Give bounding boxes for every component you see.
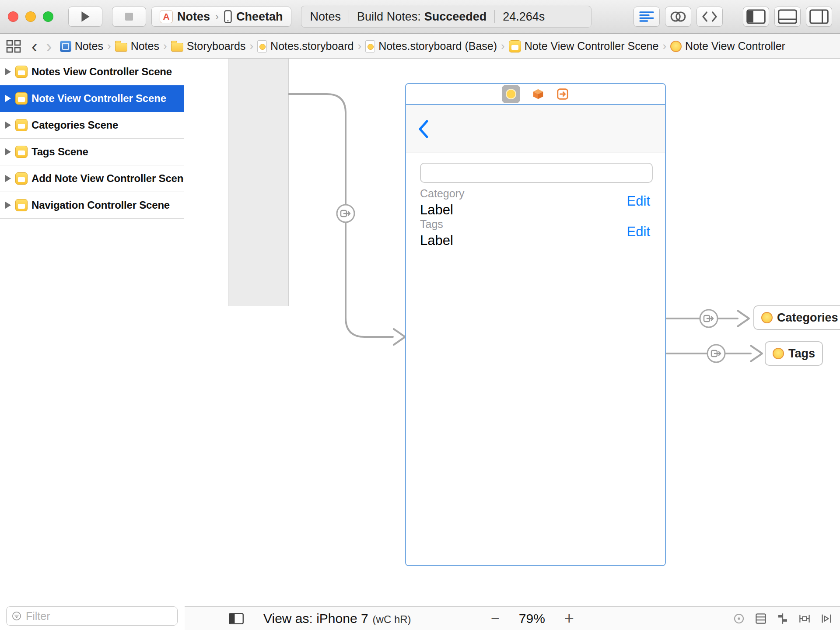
navigator-panel-icon — [746, 9, 766, 24]
view-as-label: View as: iPhone 7 — [263, 611, 368, 626]
breadcrumb-item-scene[interactable]: Note View Controller Scene — [509, 40, 659, 52]
storyboard-icon — [257, 40, 267, 52]
storyboard-canvas[interactable]: Category Label Edit Tags Label Edit Cate… — [185, 59, 840, 606]
scene-label: Tags Scene — [32, 146, 88, 158]
inspectors-panel-icon — [809, 9, 829, 24]
breadcrumb-item-storyboards[interactable]: Storyboards — [171, 40, 246, 52]
scene-icon — [509, 40, 521, 52]
scene-label: Notes View Controller Scene — [32, 66, 172, 78]
align-icon — [776, 612, 789, 625]
scene-icon — [15, 146, 28, 158]
breadcrumb-item-view-controller[interactable]: Note View Controller — [670, 40, 785, 52]
stop-button[interactable] — [112, 7, 146, 27]
run-button[interactable] — [68, 7, 102, 27]
segue-icon[interactable] — [336, 203, 356, 224]
folder-icon — [115, 43, 127, 52]
device-icon — [224, 10, 232, 23]
align-button[interactable] — [776, 612, 789, 625]
status-project: Notes — [310, 10, 341, 24]
adjacent-scene-partial[interactable] — [228, 59, 289, 306]
zoom-out-button[interactable]: − — [491, 610, 500, 627]
document-outline: Notes View Controller Scene Note View Co… — [0, 59, 184, 630]
note-view-controller-scene[interactable]: Category Label Edit Tags Label Edit — [405, 83, 666, 566]
disclosure-triangle-icon[interactable] — [5, 148, 11, 155]
first-responder-icon[interactable] — [532, 88, 545, 101]
forward-button[interactable]: › — [42, 38, 56, 55]
categories-scene-target[interactable]: Categories — [753, 305, 840, 330]
pin-constraints-icon — [798, 612, 811, 625]
update-frames-button[interactable] — [732, 612, 746, 625]
navigator-panel-button[interactable] — [743, 7, 769, 27]
debug-area-button[interactable] — [774, 7, 801, 27]
resolve-autolayout-button[interactable] — [820, 612, 833, 625]
divider — [349, 10, 349, 23]
sidebar-item-notes-view-controller-scene[interactable]: Notes View Controller Scene — [0, 59, 184, 85]
document-outline-toggle-button[interactable] — [228, 612, 244, 625]
minimize-button[interactable] — [25, 11, 36, 22]
view-controller-dock-icon[interactable] — [502, 85, 520, 103]
view-controller-icon — [761, 312, 773, 323]
disclosure-triangle-icon[interactable] — [5, 68, 11, 75]
scene-label: Add Note View Controller Scene — [32, 172, 184, 185]
view-as-button[interactable]: View as: iPhone 7 (wC hR) — [263, 611, 411, 626]
breadcrumb-item-group-notes[interactable]: Notes — [115, 40, 159, 52]
category-edit-button[interactable]: Edit — [627, 193, 650, 209]
inspectors-panel-button[interactable] — [806, 7, 832, 27]
back-indicator-icon[interactable] — [417, 119, 429, 139]
zoom-level[interactable]: 79% — [519, 611, 545, 626]
segue-icon[interactable] — [699, 308, 719, 329]
breadcrumb-separator-icon: › — [107, 39, 111, 53]
view-controller-icon — [773, 348, 784, 359]
status-build: Build Notes:Succeeded — [357, 10, 486, 24]
breadcrumb-item-storyboard-base[interactable]: Notes.storyboard (Base) — [365, 40, 497, 52]
sidebar-item-categories-scene[interactable]: Categories Scene — [0, 112, 184, 139]
pin-constraints-button[interactable] — [798, 612, 811, 625]
filter-input[interactable] — [26, 610, 172, 623]
jump-bar: ‹ › Notes › Notes › Storyboards › Notes.… — [0, 34, 840, 59]
play-icon — [80, 10, 91, 23]
target-label: Tags — [788, 347, 815, 360]
filter-field[interactable] — [6, 606, 178, 626]
scheme-selector[interactable]: Notes › Cheetah — [151, 7, 291, 27]
tags-row: Tags Label Edit — [420, 218, 650, 246]
tags-edit-button[interactable]: Edit — [627, 224, 650, 240]
tags-scene-target[interactable]: Tags — [765, 341, 823, 366]
sidebar-item-navigation-controller-scene[interactable]: Navigation Controller Scene — [0, 192, 184, 219]
breadcrumb-item-storyboard-file[interactable]: Notes.storyboard — [257, 40, 354, 52]
outline-toggle-icon — [228, 612, 244, 625]
scene-icon — [15, 119, 28, 131]
breadcrumb-item-project[interactable]: Notes — [60, 40, 103, 52]
target-label: Categories — [777, 311, 838, 325]
note-title-field[interactable] — [420, 163, 653, 183]
resolve-autolayout-icon — [820, 612, 833, 625]
breadcrumb: Notes › Notes › Storyboards › Notes.stor… — [60, 39, 785, 53]
zoom-button[interactable] — [43, 11, 53, 22]
exit-icon[interactable] — [556, 88, 569, 101]
canvas-bottom-bar: View as: iPhone 7 (wC hR) − 79% + — [185, 606, 840, 630]
version-editor-button[interactable] — [696, 7, 723, 27]
disclosure-triangle-icon[interactable] — [5, 122, 11, 129]
view-controller-view[interactable]: Category Label Edit Tags Label Edit — [406, 153, 665, 565]
disclosure-triangle-icon[interactable] — [5, 175, 11, 182]
standard-editor-button[interactable] — [634, 7, 660, 27]
disclosure-triangle-icon[interactable] — [5, 95, 11, 102]
back-button[interactable]: ‹ — [27, 38, 42, 55]
scene-dock — [406, 84, 665, 105]
assistant-editor-button[interactable] — [665, 7, 691, 27]
sidebar-item-tags-scene[interactable]: Tags Scene — [0, 139, 184, 165]
sidebar-item-add-note-view-controller-scene[interactable]: Add Note View Controller Scene — [0, 165, 184, 192]
view-controller-icon — [506, 89, 516, 99]
breadcrumb-label: Notes.storyboard (Base) — [378, 40, 497, 52]
embed-in-stack-button[interactable] — [754, 612, 767, 625]
sidebar-item-note-view-controller-scene[interactable]: Note View Controller Scene — [0, 85, 184, 112]
close-button[interactable] — [8, 11, 18, 22]
filter-icon — [12, 611, 21, 621]
related-items-button[interactable] — [6, 40, 21, 53]
breadcrumb-label: Notes — [131, 40, 159, 52]
segue-icon[interactable] — [706, 343, 726, 364]
zoom-in-button[interactable]: + — [564, 609, 574, 628]
size-class-traits: (wC hR) — [373, 613, 411, 626]
standard-editor-icon — [638, 9, 655, 24]
activity-viewer: Notes Build Notes:Succeeded 24.264s — [301, 6, 592, 28]
disclosure-triangle-icon[interactable] — [5, 202, 11, 209]
